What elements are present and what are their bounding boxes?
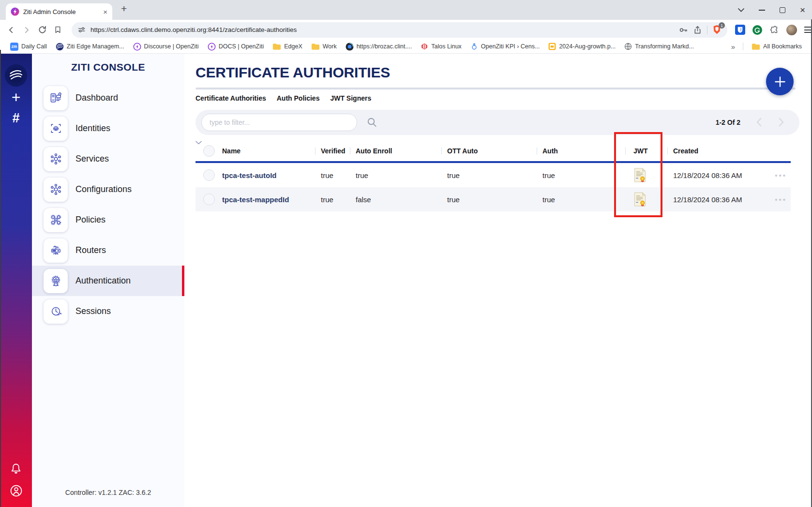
row-menu-icon[interactable]: •••	[775, 195, 787, 204]
minimize-button[interactable]	[759, 10, 765, 11]
search-icon[interactable]	[366, 116, 378, 128]
sidebar-nav: Dashboard Identities Services	[32, 83, 184, 327]
all-bookmarks-button[interactable]: All Bookmarks	[747, 42, 806, 51]
bookmark-edgex-folder[interactable]: EdgeX	[268, 42, 307, 51]
table-row[interactable]: tpca-test-mappedId true false true true …	[195, 187, 791, 211]
sidebar-item-authentication[interactable]: Authentication	[32, 266, 184, 296]
row-checkbox[interactable]	[203, 194, 215, 205]
tab-auth-policies[interactable]: Auth Policies	[277, 94, 320, 102]
column-auth[interactable]: Auth	[542, 147, 558, 155]
bookmark-discourse-openziti[interactable]: Discourse | OpenZiti	[129, 42, 203, 52]
configurations-network-icon	[44, 178, 68, 202]
sort-chevron-icon[interactable]	[195, 141, 791, 145]
rail-hash-icon[interactable]: #	[0, 111, 32, 126]
forward-icon[interactable]	[22, 26, 31, 34]
bookmarks-overflow-icon[interactable]: »	[727, 43, 739, 51]
column-ott-auto[interactable]: OTT Auto	[447, 147, 478, 155]
url-text[interactable]: https://ctrl.cdaws.clint.demo.openziti.o…	[90, 26, 674, 33]
back-icon[interactable]	[7, 26, 15, 34]
sidebar-item-dashboard[interactable]: Dashboard	[32, 83, 184, 113]
browser-window: Ziti Admin Console × + ×	[0, 0, 812, 507]
bookmark-work-folder[interactable]: Work	[307, 42, 341, 51]
jwt-certificate-icon[interactable]	[633, 192, 647, 207]
globe-icon	[624, 43, 632, 50]
profile-avatar[interactable]	[786, 25, 797, 35]
row-menu-icon[interactable]: •••	[775, 171, 787, 179]
column-name[interactable]: Name	[222, 147, 241, 155]
openziti-kpi-icon	[470, 43, 478, 50]
add-ca-button[interactable]	[766, 68, 794, 95]
maximize-button[interactable]	[780, 7, 785, 13]
share-icon[interactable]	[693, 25, 702, 34]
notifications-bell-icon[interactable]	[10, 462, 22, 475]
filter-input[interactable]	[201, 114, 357, 131]
password-key-icon[interactable]	[678, 25, 688, 35]
main-content: CERTIFICATE AUTHORITIES Certificate Auth…	[184, 54, 812, 507]
row-checkbox[interactable]	[203, 169, 215, 181]
ca-name[interactable]: tpca-test-mappedId	[222, 195, 289, 204]
title-divider	[195, 88, 796, 89]
bookmark-brozac[interactable]: https://brozac.clint....	[341, 42, 417, 52]
auth-value: true	[542, 195, 555, 204]
sidebar-item-sessions[interactable]: Sessions	[32, 296, 184, 327]
sidebar-item-policies[interactable]: Policies	[32, 205, 184, 235]
auto-enroll-value: true	[356, 171, 368, 179]
rail-add-icon[interactable]: +	[0, 89, 32, 106]
close-button[interactable]: ×	[800, 5, 805, 15]
pagination-info: 1-2 Of 2	[716, 119, 740, 126]
chevron-right-icon[interactable]	[779, 118, 784, 127]
select-all-checkbox[interactable]	[203, 145, 215, 157]
chevron-left-icon[interactable]	[756, 118, 762, 127]
address-bar[interactable]: https://ctrl.cdaws.clint.demo.openziti.o…	[72, 22, 727, 38]
tab-search-icon[interactable]	[738, 8, 744, 12]
sidebar-item-label: Sessions	[75, 306, 111, 316]
brave-shield-icon[interactable]: 1	[712, 25, 722, 35]
ziti-logo-icon[interactable]	[5, 64, 27, 87]
authentication-badge-icon	[44, 269, 68, 293]
address-bar-divider	[707, 26, 707, 34]
ott-auto-value: true	[447, 195, 460, 204]
tab-jwt-signers[interactable]: JWT Signers	[330, 94, 371, 102]
bookmark-openziti-kpi[interactable]: OpenZiti KPI › Cens...	[466, 42, 544, 51]
bookmark-growth-doc[interactable]: 2024-Aug-growth.p...	[544, 42, 620, 51]
bitwarden-icon[interactable]	[735, 25, 745, 35]
new-tab-button[interactable]: +	[121, 3, 127, 15]
sidebar-item-label: Configurations	[75, 184, 132, 194]
ziti-favicon-icon	[11, 7, 19, 16]
column-verified[interactable]: Verified	[321, 147, 346, 155]
folder-icon	[272, 43, 281, 50]
browser-toolbar: https://ctrl.cdaws.clint.demo.openziti.o…	[0, 20, 812, 40]
page-title: CERTIFICATE AUTHORITIES	[195, 64, 390, 81]
browser-tab[interactable]: Ziti Admin Console ×	[6, 3, 112, 20]
side-rail: + #	[0, 54, 32, 507]
sidebar-item-configurations[interactable]: Configurations	[32, 174, 184, 205]
reload-icon[interactable]	[38, 25, 47, 34]
jwt-certificate-icon[interactable]	[633, 168, 647, 183]
column-auto-enroll[interactable]: Auto Enroll	[356, 147, 392, 155]
window-left-edge	[0, 50, 1, 507]
table-row[interactable]: tpca-test-autoId true true true true 12/…	[195, 163, 791, 187]
bookmark-talos-linux[interactable]: Talos Linux	[416, 42, 466, 51]
ca-name[interactable]: tpca-test-autoId	[222, 171, 277, 179]
extensions-puzzle-icon[interactable]	[769, 25, 779, 35]
site-settings-icon[interactable]	[77, 26, 86, 34]
column-created[interactable]: Created	[673, 147, 698, 155]
tab-certificate-authorities[interactable]: Certificate Authorities	[195, 94, 266, 102]
bookmark-daily-call[interactable]: zm Daily Call	[6, 42, 51, 52]
sidebar-item-label: Identities	[75, 123, 110, 134]
sidebar-item-identities[interactable]: Identities	[32, 113, 184, 144]
bookmark-ziti-edge[interactable]: Ziti Edge Managem...	[51, 42, 129, 52]
verified-value: true	[321, 171, 333, 179]
sidebar-item-label: Authentication	[75, 276, 131, 286]
sidebar-item-services[interactable]: Services	[32, 144, 184, 174]
bookmark-transforming-markdown[interactable]: Transforming Markd...	[620, 42, 698, 51]
tab-close-icon[interactable]: ×	[103, 8, 107, 16]
column-jwt[interactable]: JWT	[633, 147, 648, 155]
sidebar-item-routers[interactable]: Routers	[32, 235, 184, 266]
auto-enroll-value: false	[356, 195, 371, 204]
profile-person-icon[interactable]	[10, 484, 23, 497]
fingerprint-icon	[44, 117, 68, 141]
bookmark-flag-icon[interactable]	[54, 26, 62, 34]
grammarly-icon[interactable]	[752, 25, 762, 35]
bookmark-docs-openziti[interactable]: DOCS | OpenZiti	[203, 42, 269, 52]
